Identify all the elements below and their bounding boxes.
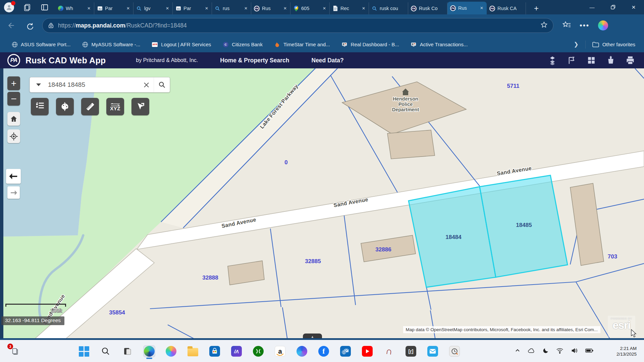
browser-tab[interactable]: PARusk Co xyxy=(408,2,447,14)
profile-notification-badge xyxy=(11,1,15,5)
tab-close-icon[interactable]: ✕ xyxy=(283,6,287,11)
clear-search-icon[interactable] xyxy=(139,82,154,88)
next-extent-button[interactable] xyxy=(7,186,20,199)
taskbar-start-icon[interactable] xyxy=(78,345,90,357)
bookmark-item[interactable]: AFRLogout | AFR Services xyxy=(152,41,211,48)
apps-grid-icon[interactable] xyxy=(586,55,596,65)
restore-button[interactable] xyxy=(602,0,623,14)
taskbar-youtube-icon[interactable] xyxy=(361,345,373,357)
taskbar-amazon-icon[interactable]: a xyxy=(274,345,286,357)
poi-label: Henderson xyxy=(393,96,418,102)
map-viewport[interactable]: 57110184841848532886328853288835854703Sa… xyxy=(0,68,644,340)
taskbar-store-icon[interactable] xyxy=(209,345,221,357)
lock-icon[interactable] xyxy=(48,22,54,28)
browser-tab[interactable]: PARusk CA xyxy=(487,2,526,14)
taskbar-loop-icon[interactable] xyxy=(296,345,308,357)
browser-tab[interactable]: Par✕ xyxy=(173,2,212,14)
night-mode-icon[interactable] xyxy=(542,347,549,355)
basemap-flag-icon[interactable] xyxy=(567,55,577,65)
nav-need-data[interactable]: Need Data? xyxy=(312,57,344,64)
bookmark-item[interactable]: CCitizens Bank xyxy=(222,41,263,48)
legend-list-button[interactable] xyxy=(31,98,49,115)
battery-icon[interactable] xyxy=(585,347,594,356)
taskbar-edge-icon[interactable] xyxy=(143,345,155,357)
taskbar-clockapp-icon[interactable] xyxy=(448,345,461,357)
browser-tab[interactable]: Par✕ xyxy=(94,2,133,14)
search-submit-icon[interactable] xyxy=(154,77,170,92)
tab-close-icon[interactable]: ✕ xyxy=(322,6,327,11)
address-bar[interactable]: https://maps.pandai.com/RuskCAD/?find=18… xyxy=(42,18,553,33)
taskbar-xbox-icon[interactable] xyxy=(252,345,264,357)
bookmark-item[interactable]: TimeStar Time and... xyxy=(274,41,330,48)
tab-close-icon[interactable]: ✕ xyxy=(126,6,130,11)
tab-close-icon[interactable]: ✕ xyxy=(87,6,91,11)
tab-close-icon[interactable]: ✕ xyxy=(204,6,209,11)
select-tool-button[interactable] xyxy=(131,98,149,115)
browser-tab[interactable]: rusk cou xyxy=(369,2,408,14)
cloud-icon[interactable] xyxy=(527,347,535,356)
wifi-icon[interactable] xyxy=(556,347,564,356)
other-favorites-button[interactable]: Other favorites xyxy=(592,42,635,47)
browser-tab[interactable]: 605✕ xyxy=(290,2,330,14)
taskbar-corner-widget[interactable]: 3 xyxy=(9,346,21,357)
taskbar-search-icon[interactable] xyxy=(100,345,112,357)
clock[interactable]: 2:21 AM 2/13/2025 xyxy=(616,340,637,362)
search-type-dropdown[interactable] xyxy=(30,83,47,87)
taskbar-explorer-icon[interactable] xyxy=(187,345,199,357)
favorites-hub-icon[interactable] xyxy=(562,20,571,31)
close-window-button[interactable]: ✕ xyxy=(623,0,644,14)
browser-tab[interactable]: Wh✕ xyxy=(55,2,94,14)
settings-ellipsis-icon[interactable]: ••• xyxy=(580,21,589,30)
edge-favicon-icon xyxy=(58,6,63,11)
refresh-icon[interactable] xyxy=(23,19,36,32)
locate-button[interactable] xyxy=(7,129,20,143)
parcel-search-box[interactable] xyxy=(30,77,170,93)
print-icon[interactable] xyxy=(625,55,635,65)
tab-actions-icon[interactable] xyxy=(23,3,32,12)
bookmark-item[interactable]: Active Transactions... xyxy=(411,41,468,48)
measure-ruler-button[interactable] xyxy=(81,98,99,115)
profile-avatar[interactable] xyxy=(4,2,14,12)
toolbox-icon[interactable] xyxy=(606,55,616,65)
tab-title: Par xyxy=(183,6,202,11)
browser-tab[interactable]: rus✕ xyxy=(212,2,251,14)
taskbar-ml-icon[interactable]: /Λ xyxy=(230,345,243,357)
xyz-coordinates-button[interactable]: XYZ xyxy=(106,98,124,115)
copilot-icon[interactable] xyxy=(598,20,608,31)
taskbar-bracket-icon[interactable]: [ṟ] xyxy=(405,345,417,357)
vertical-tabs-icon[interactable] xyxy=(40,3,49,12)
layers-icon[interactable] xyxy=(547,55,557,65)
hidden-icons-chevron[interactable] xyxy=(515,348,520,355)
taskbar-mail-icon[interactable] xyxy=(427,345,439,357)
bookmark-item[interactable]: Real Dashboard - B... xyxy=(341,41,399,48)
browser-tab-active[interactable]: PARus✕ xyxy=(447,2,487,14)
tab-close-icon[interactable]: ✕ xyxy=(244,6,248,11)
taskbar-outlook-icon[interactable] xyxy=(339,345,352,357)
browser-tab[interactable]: lgv✕ xyxy=(133,2,173,14)
tab-close-icon[interactable]: ✕ xyxy=(361,6,366,11)
add-favorite-star-icon[interactable] xyxy=(540,21,548,30)
taskbar-copilot-icon[interactable] xyxy=(165,345,177,357)
taskbar-redapp-icon[interactable]: ∩ xyxy=(383,345,395,357)
tab-close-icon[interactable]: ✕ xyxy=(165,6,170,11)
browser-tab[interactable]: Rec✕ xyxy=(330,2,369,14)
minimize-button[interactable]: — xyxy=(582,0,602,14)
taskbar-taskview-icon[interactable] xyxy=(121,345,133,357)
browser-tab[interactable]: PARus✕ xyxy=(251,2,290,14)
taskbar-facebook-icon[interactable]: f xyxy=(318,345,330,357)
search-input[interactable] xyxy=(47,81,139,89)
zoom-in-button[interactable]: + xyxy=(7,76,20,90)
bookmark-item[interactable]: MyASUS Software -... xyxy=(82,41,140,48)
new-tab-button[interactable]: + xyxy=(531,2,542,14)
back-icon[interactable] xyxy=(5,19,18,32)
bookmarks-overflow-chevron-icon[interactable]: ❯ xyxy=(574,41,578,48)
zoom-out-button[interactable]: − xyxy=(7,92,20,106)
previous-extent-button[interactable] xyxy=(6,169,21,184)
folder-icon xyxy=(592,42,599,47)
draw-palette-button[interactable] xyxy=(56,98,74,115)
nav-home-property-search[interactable]: Home & Property Search xyxy=(220,57,289,64)
tab-close-icon[interactable]: ✕ xyxy=(479,6,484,10)
bookmark-item[interactable]: ASUS Software Port... xyxy=(11,41,70,48)
home-button[interactable] xyxy=(7,112,20,126)
volume-icon[interactable] xyxy=(571,347,578,356)
